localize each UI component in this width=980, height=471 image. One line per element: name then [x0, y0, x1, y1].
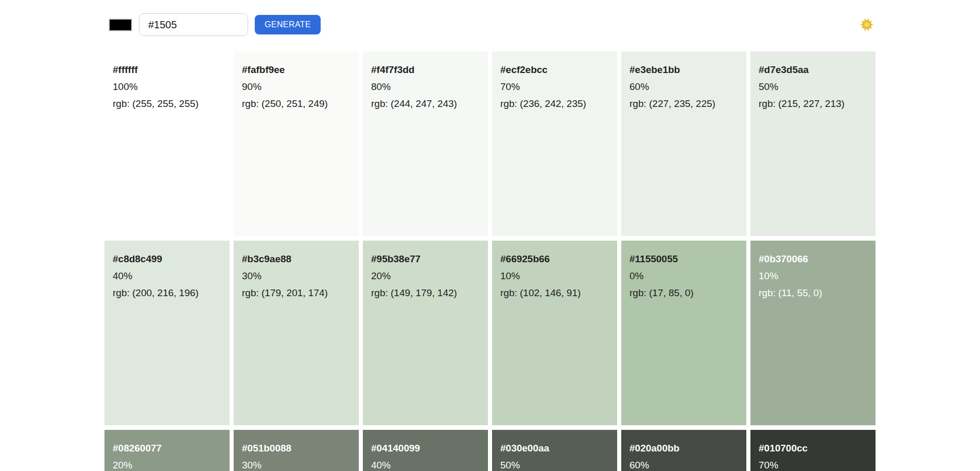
- color-card[interactable]: #051b0088 30%: [234, 430, 359, 471]
- color-rgb-label: rgb: (255, 255, 255): [113, 96, 221, 112]
- color-card[interactable]: #66925b66 10% rgb: (102, 146, 91): [492, 241, 617, 425]
- color-percent-label: 50%: [500, 458, 609, 471]
- color-hex-label: #f4f7f3dd: [371, 62, 480, 78]
- color-rgb-label: rgb: (200, 216, 196): [113, 285, 221, 301]
- color-hex-label: #051b0088: [242, 441, 351, 456]
- color-rgb-label: rgb: (227, 235, 225): [629, 96, 738, 112]
- color-hex-label: #c8d8c499: [113, 251, 221, 267]
- color-percent-label: 0%: [629, 268, 738, 284]
- generate-button[interactable]: GENERATE: [255, 15, 321, 34]
- color-card[interactable]: #ecf2ebcc 70% rgb: (236, 242, 235): [492, 51, 617, 236]
- color-percent-label: 80%: [371, 79, 480, 95]
- color-percent-label: 20%: [113, 458, 221, 471]
- color-card[interactable]: #030e00aa 50%: [492, 430, 617, 471]
- color-card[interactable]: #04140099 40%: [363, 430, 488, 471]
- sun-icon-graphic: [859, 16, 875, 33]
- color-card[interactable]: #ffffff 100% rgb: (255, 255, 255): [104, 51, 230, 236]
- app-root: GENERATE #ffffff 100% rgb: (255, 255, 25…: [104, 0, 876, 471]
- color-rgb-label: rgb: (11, 55, 0): [759, 285, 867, 301]
- color-rgb-label: rgb: (250, 251, 249): [242, 96, 351, 112]
- color-percent-label: 10%: [500, 268, 609, 284]
- color-rgb-label: rgb: (236, 242, 235): [500, 96, 609, 112]
- color-hex-label: #0b370066: [759, 251, 867, 267]
- color-hex-label: #fafbf9ee: [242, 62, 351, 78]
- color-percent-label: 50%: [759, 79, 867, 95]
- color-hex-label: #08260077: [113, 441, 221, 456]
- color-hex-label: #ecf2ebcc: [500, 62, 609, 78]
- color-hex-label: #030e00aa: [500, 441, 609, 456]
- color-hex-label: #020a00bb: [629, 441, 738, 456]
- color-card[interactable]: #fafbf9ee 90% rgb: (250, 251, 249): [234, 51, 359, 236]
- palette-grid: #ffffff 100% rgb: (255, 255, 255) #fafbf…: [104, 51, 876, 471]
- sun-icon[interactable]: [858, 16, 876, 33]
- color-rgb-label: rgb: (244, 247, 243): [371, 96, 480, 112]
- color-percent-label: 60%: [629, 79, 738, 95]
- color-percent-label: 70%: [759, 458, 867, 471]
- color-percent-label: 60%: [629, 458, 738, 471]
- color-percent-label: 30%: [242, 268, 351, 284]
- color-card[interactable]: #e3ebe1bb 60% rgb: (227, 235, 225): [621, 51, 746, 236]
- color-hex-label: #66925b66: [500, 251, 609, 267]
- color-percent-label: 30%: [242, 458, 351, 471]
- color-rgb-label: rgb: (102, 146, 91): [500, 285, 609, 301]
- color-rgb-label: rgb: (149, 179, 142): [371, 285, 480, 301]
- color-percent-label: 90%: [242, 79, 351, 95]
- color-percent-label: 70%: [500, 79, 609, 95]
- color-rgb-label: rgb: (17, 85, 0): [629, 285, 738, 301]
- color-rgb-label: rgb: (215, 227, 213): [759, 96, 867, 112]
- toolbar: GENERATE: [104, 0, 876, 36]
- color-hex-label: #ffffff: [113, 62, 221, 78]
- color-card[interactable]: #020a00bb 60%: [621, 430, 746, 471]
- color-percent-label: 40%: [113, 268, 221, 284]
- color-percent-label: 10%: [759, 268, 867, 284]
- color-hex-label: #95b38e77: [371, 251, 480, 267]
- color-hex-label: #e3ebe1bb: [629, 62, 738, 78]
- color-card[interactable]: #11550055 0% rgb: (17, 85, 0): [621, 241, 746, 425]
- color-percent-label: 20%: [371, 268, 480, 284]
- color-card[interactable]: #f4f7f3dd 80% rgb: (244, 247, 243): [363, 51, 488, 236]
- color-card[interactable]: #d7e3d5aa 50% rgb: (215, 227, 213): [750, 51, 876, 236]
- hex-color-input[interactable]: [139, 13, 248, 36]
- color-card[interactable]: #b3c9ae88 30% rgb: (179, 201, 174): [234, 241, 359, 425]
- color-percent-label: 40%: [371, 458, 480, 471]
- color-card[interactable]: #95b38e77 20% rgb: (149, 179, 142): [363, 241, 488, 425]
- color-card[interactable]: #010700cc 70%: [750, 430, 876, 471]
- color-card[interactable]: #c8d8c499 40% rgb: (200, 216, 196): [104, 241, 230, 425]
- color-card[interactable]: #0b370066 10% rgb: (11, 55, 0): [750, 241, 876, 425]
- color-rgb-label: rgb: (179, 201, 174): [242, 285, 351, 301]
- color-hex-label: #d7e3d5aa: [759, 62, 867, 78]
- color-percent-label: 100%: [113, 79, 221, 95]
- color-hex-label: #11550055: [629, 251, 738, 267]
- color-card[interactable]: #08260077 20%: [104, 430, 230, 471]
- color-preview-swatch: [109, 19, 132, 31]
- color-hex-label: #010700cc: [759, 441, 867, 456]
- color-hex-label: #04140099: [371, 441, 480, 456]
- color-hex-label: #b3c9ae88: [242, 251, 351, 267]
